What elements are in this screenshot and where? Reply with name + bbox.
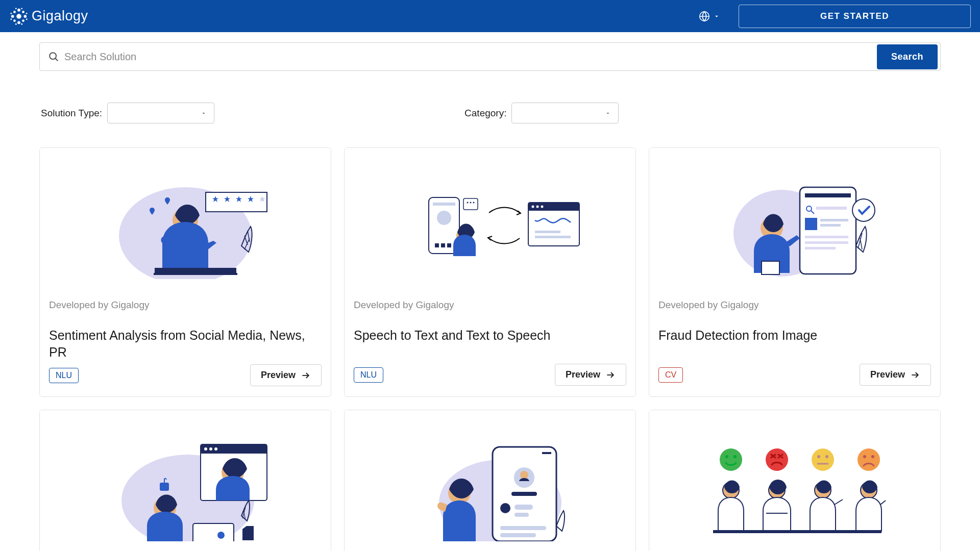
tag-cv: CV (658, 367, 683, 383)
card-title: Sentiment Analysis from Social Media, Ne… (49, 327, 322, 360)
svg-point-15 (15, 23, 17, 24)
search-bar: Search (39, 42, 941, 71)
svg-point-65 (214, 447, 217, 450)
svg-rect-49 (816, 207, 847, 210)
tag-nlu: NLU (49, 368, 79, 383)
svg-rect-42 (535, 236, 571, 238)
language-selector[interactable] (699, 11, 720, 22)
category-select[interactable] (511, 103, 619, 123)
solution-card[interactable] (39, 410, 331, 551)
svg-point-7 (13, 19, 16, 22)
svg-rect-41 (535, 231, 560, 233)
svg-rect-69 (193, 523, 234, 541)
preview-label: Preview (566, 369, 600, 380)
card-illustration (40, 148, 331, 292)
svg-point-63 (204, 447, 207, 450)
svg-rect-58 (762, 261, 779, 274)
svg-rect-45 (800, 187, 856, 274)
svg-rect-53 (805, 236, 848, 238)
svg-line-19 (55, 58, 58, 61)
svg-point-32 (467, 202, 469, 203)
card-illustration (345, 410, 635, 551)
svg-point-83 (720, 448, 742, 471)
get-started-button[interactable]: GET STARTED (739, 5, 971, 28)
solution-card[interactable] (649, 410, 941, 551)
svg-point-75 (520, 471, 528, 479)
svg-point-86 (766, 448, 788, 471)
svg-point-2 (17, 21, 20, 24)
solution-type-select[interactable] (107, 103, 214, 123)
svg-point-8 (22, 19, 24, 22)
svg-point-5 (13, 11, 16, 13)
card-illustration (649, 148, 940, 292)
developed-by: Developed by Gigalogy (49, 299, 322, 311)
svg-point-0 (16, 14, 21, 19)
svg-rect-23 (154, 273, 237, 275)
svg-point-88 (817, 455, 820, 458)
chevron-down-icon (201, 110, 207, 116)
svg-rect-30 (447, 243, 451, 247)
category-label: Category: (464, 108, 506, 119)
arrow-right-icon (301, 370, 311, 381)
svg-point-4 (24, 15, 27, 18)
svg-rect-26 (433, 203, 455, 206)
svg-rect-81 (500, 533, 536, 537)
svg-point-16 (21, 23, 22, 24)
svg-rect-67 (160, 483, 169, 491)
svg-rect-80 (500, 526, 546, 530)
preview-button[interactable]: Preview (250, 364, 322, 386)
svg-rect-54 (805, 241, 848, 244)
svg-rect-55 (805, 247, 836, 249)
svg-point-14 (26, 18, 28, 20)
solution-type-label: Solution Type: (41, 108, 102, 119)
svg-point-92 (863, 455, 866, 458)
developed-by: Developed by Gigalogy (658, 299, 931, 311)
preview-label: Preview (870, 369, 905, 380)
brand[interactable]: Gigalogy (9, 7, 88, 26)
svg-point-9 (15, 8, 17, 9)
svg-point-77 (500, 503, 510, 513)
svg-rect-51 (820, 219, 848, 221)
svg-point-64 (209, 447, 212, 450)
svg-rect-28 (435, 243, 439, 247)
svg-rect-76 (511, 492, 537, 496)
svg-point-34 (473, 202, 475, 203)
svg-point-89 (825, 455, 828, 458)
svg-rect-50 (805, 218, 817, 230)
card-illustration (40, 410, 331, 551)
solutions-grid: Developed by Gigalogy Sentiment Analysis… (39, 147, 941, 551)
svg-rect-46 (805, 193, 851, 197)
solution-card[interactable] (344, 410, 636, 551)
svg-point-40 (541, 205, 544, 208)
solution-card[interactable]: Developed by Gigalogy Sentiment Analysis… (39, 147, 331, 397)
developed-by: Developed by Gigalogy (354, 299, 626, 311)
svg-rect-73 (542, 452, 551, 454)
solution-card[interactable]: Developed by Gigalogy Fraud Detection fr… (649, 147, 941, 397)
search-button[interactable]: Search (877, 44, 938, 69)
svg-point-33 (470, 202, 472, 203)
svg-point-27 (437, 211, 451, 225)
svg-rect-79 (514, 513, 529, 517)
svg-rect-52 (820, 224, 841, 227)
card-title: Fraud Detection from Image (658, 327, 931, 360)
svg-point-11 (10, 12, 12, 14)
svg-point-85 (733, 455, 737, 458)
svg-point-87 (812, 448, 834, 471)
search-input[interactable] (59, 51, 877, 63)
svg-point-10 (21, 8, 22, 9)
svg-point-18 (50, 53, 56, 59)
svg-point-6 (22, 11, 24, 13)
svg-point-91 (857, 448, 880, 471)
arrow-right-icon (605, 370, 616, 380)
svg-point-84 (725, 455, 728, 458)
brand-name: Gigalogy (32, 8, 88, 24)
svg-rect-78 (514, 505, 533, 510)
svg-rect-29 (441, 243, 445, 247)
chevron-down-icon (713, 13, 720, 20)
svg-point-38 (532, 205, 534, 208)
svg-point-93 (871, 455, 874, 458)
svg-rect-98 (713, 530, 881, 533)
preview-button[interactable]: Preview (555, 364, 626, 386)
solution-card[interactable]: Developed by Gigalogy Speech to Text and… (344, 147, 636, 397)
preview-button[interactable]: Preview (860, 364, 931, 386)
